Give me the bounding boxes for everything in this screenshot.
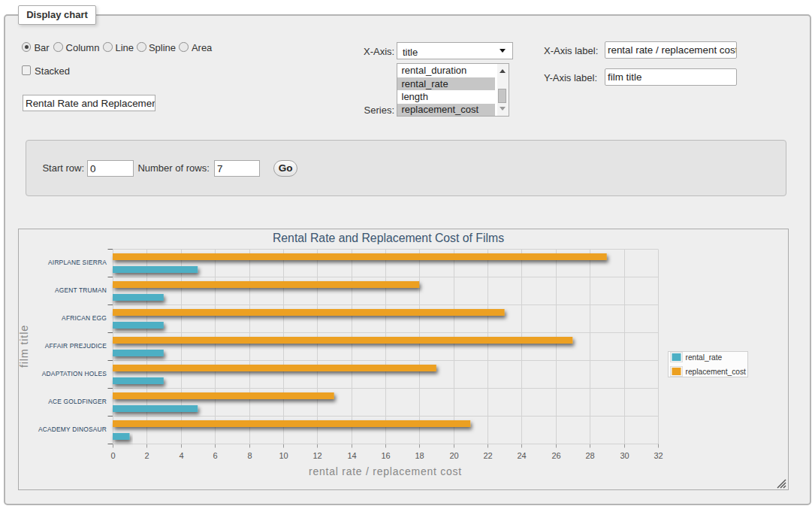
svg-text:replacement_cost: replacement_cost bbox=[686, 368, 747, 376]
svg-text:6: 6 bbox=[213, 451, 217, 460]
svg-text:AGENT TRUMAN: AGENT TRUMAN bbox=[55, 286, 107, 294]
svg-text:2: 2 bbox=[144, 451, 149, 460]
svg-text:8: 8 bbox=[247, 451, 252, 460]
svg-text:28: 28 bbox=[585, 451, 594, 460]
svg-text:Rental Rate and Replacement Co: Rental Rate and Replacement Cost of Film… bbox=[273, 232, 504, 244]
svg-text:film title: film title bbox=[18, 325, 30, 368]
svg-text:32: 32 bbox=[654, 451, 663, 460]
svg-text:24: 24 bbox=[517, 451, 526, 460]
svg-text:14: 14 bbox=[347, 451, 356, 460]
svg-text:10: 10 bbox=[279, 451, 288, 460]
svg-text:AIRPLANE SIERRA: AIRPLANE SIERRA bbox=[48, 259, 107, 266]
svg-text:12: 12 bbox=[312, 451, 321, 460]
svg-text:20: 20 bbox=[449, 451, 458, 460]
svg-text:30: 30 bbox=[620, 451, 629, 460]
svg-text:16: 16 bbox=[381, 451, 390, 460]
svg-text:ADAPTATION HOLES: ADAPTATION HOLES bbox=[42, 370, 107, 377]
svg-text:26: 26 bbox=[551, 451, 560, 460]
svg-text:rental_rate: rental_rate bbox=[686, 353, 723, 362]
svg-text:rental rate / replacement cost: rental rate / replacement cost bbox=[309, 465, 462, 477]
svg-text:0: 0 bbox=[110, 451, 115, 460]
svg-text:ACE GOLDFINGER: ACE GOLDFINGER bbox=[48, 398, 107, 405]
svg-text:18: 18 bbox=[415, 451, 424, 460]
svg-text:ACADEMY DINOSAUR: ACADEMY DINOSAUR bbox=[38, 426, 107, 433]
svg-text:4: 4 bbox=[179, 451, 183, 460]
svg-text:22: 22 bbox=[483, 451, 492, 460]
svg-text:AFRICAN EGG: AFRICAN EGG bbox=[62, 314, 107, 322]
svg-text:AFFAIR PREJUDICE: AFFAIR PREJUDICE bbox=[45, 342, 107, 350]
